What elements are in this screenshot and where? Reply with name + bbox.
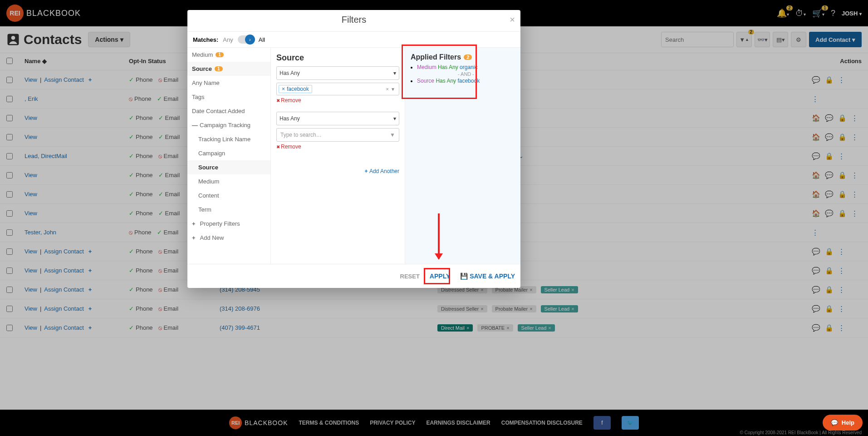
help-button[interactable]: 💬 Help: [823, 415, 863, 431]
condition-select-1[interactable]: Has Any▾: [276, 66, 399, 80]
source-value-input-2[interactable]: Type to search…▼: [276, 128, 399, 142]
sidebar-item[interactable]: Source: [187, 160, 270, 174]
sidebar-item[interactable]: Tags: [187, 90, 270, 104]
sidebar-item[interactable]: Medium1: [187, 48, 270, 62]
matches-all: All: [259, 36, 265, 43]
sidebar-item[interactable]: Any Name: [187, 76, 270, 90]
close-icon[interactable]: ×: [510, 15, 515, 25]
token-remove[interactable]: ×: [282, 86, 285, 92]
chevron-down-icon[interactable]: ▼: [391, 87, 395, 92]
sidebar-item[interactable]: Medium: [187, 174, 270, 188]
condition-select-2[interactable]: Has Any▾: [276, 112, 399, 125]
matches-toggle-row: Matches: Any › All: [187, 32, 520, 48]
save-apply-button[interactable]: 💾 SAVE & APPLY: [460, 272, 515, 280]
reset-button[interactable]: RESET: [400, 273, 420, 280]
filters-modal: Filters × Matches: Any › All Medium1Sour…: [187, 10, 520, 288]
applied-filters-title: Applied Filters2: [411, 53, 515, 61]
sidebar-item[interactable]: Date Contact Added: [187, 104, 270, 118]
applied-filters-panel: Applied Filters2 Medium Has Any organic …: [405, 48, 520, 264]
sidebar-item[interactable]: Term: [187, 203, 270, 217]
source-value-input-1[interactable]: ×facebook × ▼: [276, 83, 399, 95]
modal-title: Filters ×: [187, 10, 520, 32]
applied-filter-1: Medium Has Any organic: [417, 64, 515, 70]
annotation-arrow: [438, 213, 440, 259]
applied-and: - AND -: [417, 71, 515, 77]
sidebar-item[interactable]: Tracking Link Name: [187, 132, 270, 146]
remove-filter-2[interactable]: Remove: [276, 144, 399, 150]
add-another-button[interactable]: Add Another: [276, 168, 399, 174]
modal-footer: RESET APPLY 💾 SAVE & APPLY: [187, 264, 520, 288]
sidebar-item[interactable]: Campaign: [187, 146, 270, 160]
sidebar-add[interactable]: Add New: [187, 231, 270, 245]
apply-button[interactable]: APPLY: [425, 270, 455, 282]
sidebar-item[interactable]: Source1: [187, 62, 270, 76]
sidebar-item[interactable]: Content: [187, 188, 270, 203]
filter-panel: Source Has Any▾ ×facebook × ▼ Remove Has…: [271, 48, 405, 264]
sidebar-add[interactable]: Property Filters: [187, 217, 270, 231]
clear-icon[interactable]: ×: [386, 86, 389, 92]
applied-filter-2: Source Has Any facebook: [417, 78, 515, 84]
filter-panel-title: Source: [276, 53, 399, 63]
remove-filter-1[interactable]: Remove: [276, 97, 399, 104]
sidebar-group[interactable]: Campaign Tracking: [187, 118, 270, 132]
matches-toggle[interactable]: ›: [238, 35, 254, 44]
matches-label: Matches:: [193, 36, 218, 43]
filter-sidebar: Medium1Source1Any NameTagsDate Contact A…: [187, 48, 271, 264]
matches-any: Any: [223, 36, 233, 43]
token-facebook: ×facebook: [279, 85, 312, 93]
